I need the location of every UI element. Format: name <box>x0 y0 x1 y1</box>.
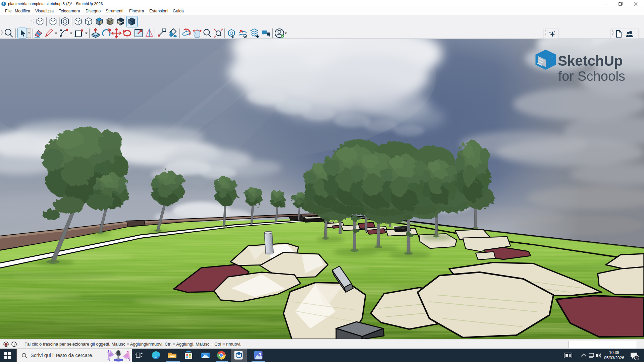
svg-text:4: 4 <box>636 356 638 360</box>
svg-text:for Schools: for Schools <box>558 69 625 83</box>
svg-text:SketchUp: SketchUp <box>558 53 623 69</box>
